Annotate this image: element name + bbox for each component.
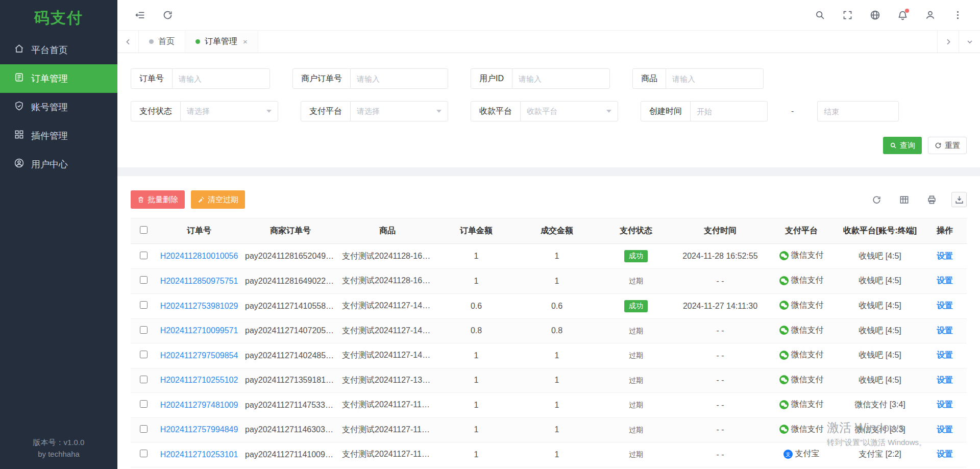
row-checkbox[interactable]: [140, 252, 148, 259]
row-settings-link[interactable]: 设置: [937, 351, 953, 359]
pay-platform-select[interactable]: 请选择: [351, 102, 448, 121]
pay-time-cell: - -: [675, 393, 766, 418]
tabs-dropdown-icon[interactable]: [959, 31, 980, 53]
order-table-panel: 批量删除 清空过期: [117, 176, 980, 469]
print-icon[interactable]: [924, 192, 939, 207]
row-settings-link[interactable]: 设置: [937, 252, 953, 260]
search-icon[interactable]: [811, 6, 829, 24]
order-no-input[interactable]: [173, 69, 270, 88]
notification-bell-icon[interactable]: [893, 6, 912, 24]
reset-icon: [935, 142, 942, 149]
merchant-order-no-cell: pay2024112714024850...: [242, 343, 339, 368]
row-settings-link[interactable]: 设置: [937, 326, 953, 335]
export-icon[interactable]: [951, 192, 967, 207]
chevron-down-icon: [606, 110, 611, 113]
status-badge: 成功: [624, 250, 648, 262]
row-checkbox[interactable]: [140, 376, 148, 383]
date-start-input[interactable]: [691, 102, 767, 121]
collection-platform-cell: 微信支付 [3:4]: [837, 393, 923, 418]
grid-icon: [14, 130, 24, 142]
search-button[interactable]: 查询: [883, 137, 922, 154]
filter-actions: 查询 重置: [131, 134, 967, 159]
sidebar-item-user-center[interactable]: 用户中心: [0, 150, 117, 179]
tabs-scroll-left-icon[interactable]: [117, 31, 139, 53]
user-avatar-icon[interactable]: [921, 6, 939, 24]
reset-button-label: 重置: [945, 141, 960, 151]
tab-home[interactable]: 首页: [139, 31, 185, 53]
order-no-link[interactable]: H2024112810010056: [160, 252, 238, 260]
clear-expired-button[interactable]: 清空过期: [191, 190, 245, 209]
table-row: H2024112753981029 pay2024112714105583...…: [131, 293, 967, 318]
date-end-input[interactable]: [817, 101, 899, 121]
row-checkbox[interactable]: [140, 450, 148, 457]
language-globe-icon[interactable]: [866, 6, 884, 24]
row-checkbox[interactable]: [140, 301, 148, 309]
columns-filter-icon[interactable]: [896, 192, 912, 207]
sidebar: 码支付 平台首页 订单管理 账号管理 插件管理 用户中心: [0, 0, 117, 469]
chevron-down-icon: [436, 110, 442, 113]
row-settings-link[interactable]: 设置: [937, 301, 953, 310]
user-id-input[interactable]: [512, 69, 609, 88]
product-input[interactable]: [666, 69, 763, 88]
order-amount-cell: 0.6: [436, 293, 517, 318]
row-settings-link[interactable]: 设置: [937, 376, 953, 384]
wechat-pay-icon: [779, 301, 789, 310]
order-no-link[interactable]: H2024112753981029: [160, 302, 238, 310]
order-no-link[interactable]: H2024112710099571: [160, 326, 238, 335]
row-select-cell: [131, 442, 156, 467]
pay-platform-cell: 支 微信支付: [779, 275, 824, 286]
batch-delete-button[interactable]: 批量删除: [131, 190, 185, 209]
row-settings-link[interactable]: 设置: [937, 450, 953, 458]
pay-platform-cell: 支 微信支付: [779, 375, 824, 385]
filter-merchant-order-no: 商户订单号: [292, 68, 448, 89]
tab-order-management[interactable]: 订单管理 ×: [185, 31, 258, 53]
row-settings-link[interactable]: 设置: [937, 276, 953, 285]
sidebar-item-orders[interactable]: 订单管理: [0, 64, 117, 93]
row-checkbox[interactable]: [140, 276, 148, 284]
order-no-link[interactable]: H2024112710255102: [160, 376, 238, 384]
user-circle-icon: [14, 158, 24, 170]
refresh-page-icon[interactable]: [158, 6, 177, 24]
filter-panel: 订单号 商户订单号 用户ID 商品: [117, 53, 980, 167]
version-info: 版本号：v1.0.0 by techhaha: [0, 436, 117, 469]
tab-close-icon[interactable]: ×: [243, 37, 248, 46]
filter-label: 支付平台: [301, 102, 351, 121]
sidebar-nav: 平台首页 订单管理 账号管理 插件管理 用户中心: [0, 36, 117, 179]
broom-icon: [198, 196, 205, 203]
col-actions: 操作: [923, 218, 967, 244]
collapse-sidebar-icon[interactable]: [131, 6, 149, 24]
sidebar-item-home[interactable]: 平台首页: [0, 36, 117, 64]
topbar-right: [811, 6, 967, 24]
order-no-link[interactable]: H2024112757994849: [160, 425, 238, 434]
row-checkbox[interactable]: [140, 425, 148, 433]
reset-button[interactable]: 重置: [928, 137, 967, 154]
row-checkbox[interactable]: [140, 326, 148, 334]
tabs-scroll-right-icon[interactable]: [937, 31, 959, 53]
fullscreen-icon[interactable]: [838, 6, 856, 24]
order-no-link[interactable]: H2024112710253101: [160, 450, 238, 459]
clear-expired-label: 清空过期: [208, 195, 238, 205]
pay-time-cell: - -: [675, 417, 766, 442]
wechat-pay-icon: [779, 375, 789, 384]
merchant-order-no-input[interactable]: [351, 69, 448, 88]
order-amount-cell: 1: [436, 244, 517, 269]
order-no-link[interactable]: H2024112850975751: [160, 277, 238, 285]
product-cell: 支付测试20241127-140...: [339, 318, 436, 343]
order-no-link[interactable]: H2024112797509854: [160, 351, 238, 360]
table-refresh-icon[interactable]: [869, 192, 884, 207]
row-checkbox[interactable]: [140, 351, 148, 358]
pay-status-select[interactable]: 请选择: [181, 102, 278, 121]
row-checkbox[interactable]: [140, 400, 148, 408]
sidebar-item-plugins[interactable]: 插件管理: [0, 121, 117, 150]
collection-platform-select[interactable]: 收款平台: [521, 102, 618, 121]
select-all-checkbox[interactable]: [140, 226, 148, 234]
alipay-icon: 支: [783, 450, 793, 459]
order-amount-cell: 1: [436, 442, 517, 467]
paid-amount-cell: 1: [517, 368, 597, 393]
more-menu-icon[interactable]: [948, 6, 967, 24]
row-settings-link[interactable]: 设置: [937, 425, 953, 434]
collection-platform-cell: 收钱吧 [4:5]: [837, 368, 923, 393]
row-settings-link[interactable]: 设置: [937, 400, 953, 409]
order-no-link[interactable]: H2024112797481009: [160, 401, 238, 409]
sidebar-item-accounts[interactable]: 账号管理: [0, 93, 117, 121]
